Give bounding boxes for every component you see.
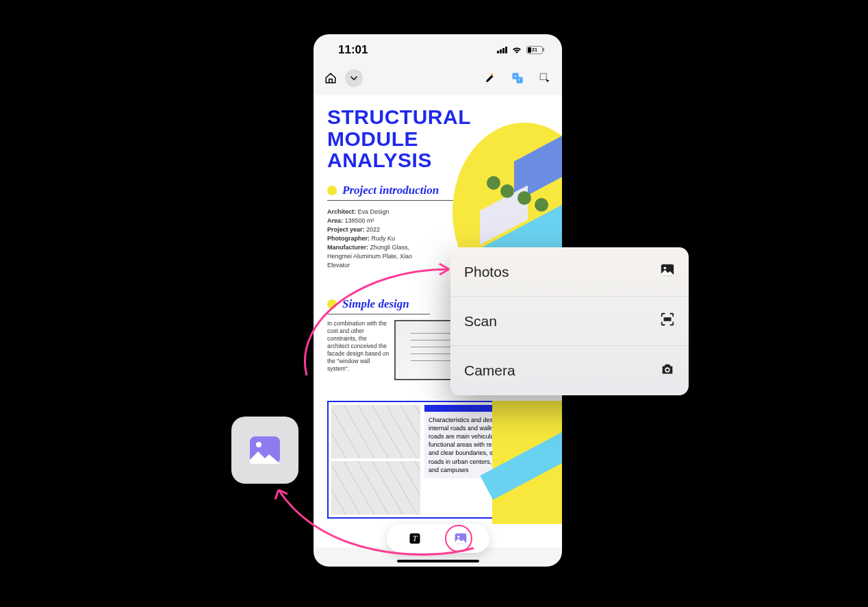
bottom-toolbar-pill: T: [387, 524, 489, 553]
menu-item-camera[interactable]: Camera: [450, 346, 689, 395]
svg-point-10: [664, 267, 667, 269]
simple-design-text: In combination with the cost and other c…: [327, 320, 390, 380]
menu-item-scan[interactable]: Scan: [450, 297, 689, 346]
text-tool-button[interactable]: T: [403, 527, 426, 550]
svg-point-13: [666, 368, 669, 371]
insert-image-menu: Photos Scan Camera: [450, 247, 689, 395]
home-button[interactable]: [322, 69, 340, 87]
image-tool-button[interactable]: [449, 527, 472, 550]
app-toolbar: AT: [314, 65, 562, 91]
camera-icon: [660, 362, 675, 380]
menu-label: Photos: [464, 264, 509, 280]
scan-icon: [660, 312, 675, 330]
image-tool-tile: [231, 417, 298, 484]
battery-icon: 21: [526, 46, 543, 54]
section-header-2: Simple design: [327, 297, 430, 314]
isometric-illustration-2: [492, 401, 562, 524]
bullet-dot-icon: [327, 186, 337, 195]
svg-text:A: A: [514, 74, 517, 78]
home-indicator[interactable]: [397, 560, 479, 562]
chevron-down-button[interactable]: [345, 69, 363, 87]
wifi-icon: [511, 43, 522, 57]
svg-rect-4: [540, 73, 546, 79]
status-bar: 11:01 21: [314, 34, 562, 65]
translate-button[interactable]: AT: [509, 69, 526, 87]
lower-image-2: [331, 461, 420, 515]
svg-rect-11: [664, 317, 672, 321]
section-header-1: Project introduction: [327, 184, 464, 201]
lower-panel: Characteristics and design points of int…: [327, 401, 548, 519]
photo-icon: [660, 262, 675, 281]
svg-text:T: T: [518, 78, 521, 82]
svg-point-15: [256, 442, 261, 447]
menu-label: Scan: [464, 313, 497, 330]
bullet-dot-icon: [327, 299, 337, 309]
lower-image-1: [331, 405, 420, 458]
clock: 11:01: [338, 43, 368, 57]
svg-point-8: [457, 536, 459, 538]
cellular-signal-icon: [497, 47, 507, 53]
selection-tool-button[interactable]: [536, 69, 554, 87]
menu-label: Camera: [464, 362, 515, 379]
image-icon: [248, 435, 281, 465]
menu-item-photos[interactable]: Photos: [450, 247, 689, 297]
highlighter-button[interactable]: [481, 69, 499, 87]
